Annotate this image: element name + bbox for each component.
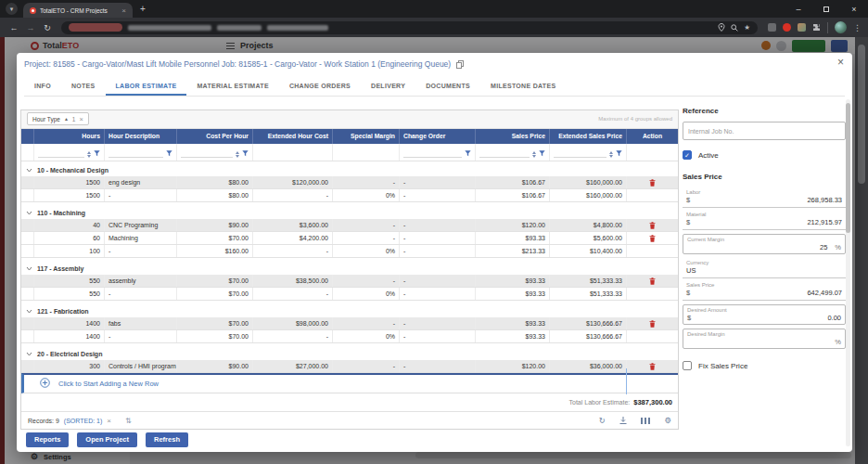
cell-hours[interactable]: 1500 [34, 176, 105, 188]
tab-material-estimate[interactable]: MATERIAL ESTIMATE [186, 77, 278, 96]
group-row[interactable]: 117 - Assembly [21, 262, 678, 275]
filter-funnel-icon[interactable] [616, 150, 622, 158]
reports-button[interactable]: Reports [26, 432, 69, 447]
modal-scrollbar-thumb[interactable] [846, 103, 850, 233]
cell-hour-description[interactable]: assembly [105, 275, 177, 287]
chevron-down-icon[interactable] [26, 167, 32, 174]
cell-hour-description[interactable]: eng design [105, 176, 177, 188]
close-window-button[interactable]: × [840, 0, 868, 18]
cell-hours[interactable]: 550 [34, 275, 105, 287]
cell-sales-price[interactable]: $120.00 [476, 219, 550, 231]
delete-row-button[interactable] [649, 363, 656, 369]
filter-funnel-icon[interactable] [465, 150, 471, 158]
scrollbar-thumb[interactable] [858, 45, 865, 184]
cell-special-margin[interactable]: - [333, 176, 400, 188]
cell-hour-description[interactable]: fabs [105, 317, 177, 329]
active-checkbox[interactable]: ✓ [683, 150, 692, 160]
bookmark-star-icon[interactable]: ★ [744, 24, 750, 32]
cell-cost-per-hour[interactable]: $80.00 [177, 176, 253, 188]
sales-price-field[interactable]: Sales Price $642,499.07 [683, 280, 846, 301]
delete-row-button[interactable] [649, 235, 656, 241]
cell-sales-price[interactable]: $106.67 [476, 176, 550, 188]
back-button[interactable]: ← [6, 23, 21, 32]
cell-change-order[interactable]: - [400, 176, 476, 188]
chevron-down-icon[interactable] [26, 265, 32, 272]
cell-change-order[interactable]: - [400, 275, 476, 287]
cell-hour-description[interactable]: Controls / HMI program... [105, 360, 177, 372]
filter-cell-hour-description[interactable] [105, 144, 177, 161]
tab-delivery[interactable]: DELIVERY [361, 77, 415, 96]
fix-sales-price-checkbox[interactable] [683, 361, 692, 370]
labor-field[interactable]: Labor $268,958.33 [683, 187, 846, 208]
group-row[interactable]: 10 - Mechanical Design [21, 163, 678, 176]
cell-hours[interactable]: 1400 [34, 317, 105, 329]
open-project-button[interactable]: Open Project [77, 432, 137, 447]
cell-change-order[interactable]: - [400, 317, 476, 329]
modal-scrollbar[interactable] [846, 99, 850, 446]
cell-cost-per-hour[interactable]: $70.00 [177, 232, 253, 244]
filter-input[interactable] [479, 148, 530, 158]
tab-notes[interactable]: NOTES [61, 77, 106, 96]
number-spinner-icon[interactable] [532, 151, 536, 158]
extension-icon[interactable] [798, 23, 806, 32]
cell-hour-description[interactable]: CNC Programing [105, 219, 177, 231]
material-field[interactable]: Material $212,915.97 [683, 210, 846, 230]
cell-extended-hour-cost[interactable]: $38,500.00 [253, 275, 333, 287]
number-spinner-icon[interactable] [609, 151, 613, 158]
filter-input[interactable] [108, 148, 163, 158]
delete-row-button[interactable] [649, 222, 656, 228]
chevron-down-icon[interactable] [26, 210, 32, 216]
cell-change-order[interactable]: - [400, 232, 476, 244]
column-header-special-margin[interactable]: Special Margin [333, 129, 400, 144]
column-chooser-icon[interactable] [641, 418, 651, 424]
delete-row-button[interactable] [649, 179, 656, 186]
cell-special-margin[interactable]: - [333, 219, 400, 231]
download-icon[interactable] [619, 417, 627, 425]
internal-job-no-input[interactable] [683, 122, 846, 140]
chevron-down-icon[interactable] [26, 351, 32, 357]
address-bar[interactable]: ★ [61, 21, 758, 34]
extensions-puzzle-icon[interactable] [812, 23, 821, 32]
filter-input[interactable] [403, 148, 462, 158]
filter-funnel-icon[interactable] [539, 150, 545, 158]
cell-special-margin[interactable]: - [333, 360, 400, 372]
cell-sales-price[interactable]: $93.33 [476, 317, 550, 329]
extension-icon[interactable] [768, 23, 776, 32]
group-row[interactable]: 20 - Electrical Design [21, 347, 678, 360]
column-header-action[interactable]: Action [627, 129, 678, 144]
cell-extended-hour-cost[interactable]: $4,200.00 [253, 232, 333, 244]
number-spinner-icon[interactable] [236, 151, 239, 158]
cell-cost-per-hour[interactable]: $90.00 [177, 219, 253, 231]
filter-input[interactable] [554, 148, 606, 158]
cell-special-margin[interactable]: - [333, 232, 400, 244]
column-header-hours[interactable]: Hours [34, 129, 105, 144]
column-header-hour-description[interactable]: Hour Description [105, 129, 177, 144]
cell-extended-hour-cost[interactable]: $120,000.00 [253, 176, 333, 188]
filter-cell-cost-per-hour[interactable] [177, 144, 253, 161]
currency-field[interactable]: Currency US [683, 258, 846, 278]
tab-close-icon[interactable]: × [121, 6, 126, 15]
cell-special-margin[interactable]: - [333, 275, 400, 287]
cell-extended-sales-price[interactable]: $4,800.00 [550, 219, 627, 231]
forward-button[interactable]: → [23, 23, 38, 32]
filter-cell-change-order[interactable] [400, 144, 476, 161]
profile-avatar[interactable] [835, 21, 847, 33]
column-header-extended-hour-cost[interactable]: Extended Hour Cost [253, 129, 333, 144]
cell-extended-sales-price[interactable]: $51,333.33 [550, 275, 627, 287]
browser-tab[interactable]: TotalETO - CRM Projects × [23, 3, 133, 18]
cell-hours[interactable]: 300 [34, 360, 105, 372]
number-spinner-icon[interactable] [87, 151, 91, 158]
cell-hours[interactable]: 40 [34, 219, 105, 231]
chevron-down-icon[interactable] [26, 308, 32, 315]
grid-settings-gear-icon[interactable]: ⚙ [664, 416, 671, 425]
tab-search-button[interactable]: ▾ [6, 3, 18, 15]
reload-button[interactable]: ↻ [40, 23, 55, 32]
tab-change-orders[interactable]: CHANGE ORDERS [279, 77, 361, 96]
delete-row-button[interactable] [649, 320, 656, 327]
cell-extended-hour-cost[interactable]: $98,000.00 [253, 317, 333, 329]
cell-sales-price[interactable]: $120.00 [476, 360, 550, 372]
extension-icon[interactable] [783, 23, 791, 32]
new-tab-button[interactable]: + [140, 4, 146, 14]
tab-milestone-dates[interactable]: MILESTONE DATES [480, 77, 566, 96]
cell-cost-per-hour[interactable]: $70.00 [177, 275, 253, 287]
